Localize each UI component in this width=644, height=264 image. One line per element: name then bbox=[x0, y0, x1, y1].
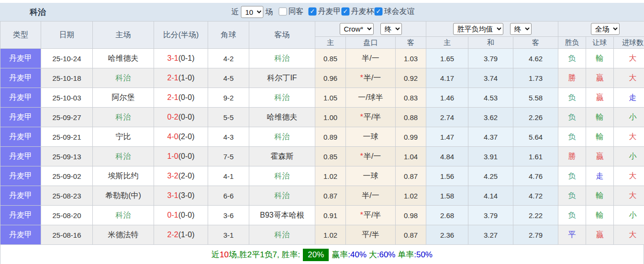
halftime-score: (1-0) bbox=[178, 74, 195, 82]
col-header-away: 客场 bbox=[249, 22, 315, 49]
score-cell: 2-1(1-0) bbox=[154, 68, 208, 88]
avg-away-odds-cell: 2.22 bbox=[513, 206, 558, 225]
handicap-line-value: 平/半 bbox=[362, 231, 379, 239]
checked-checkbox-icon[interactable] bbox=[309, 8, 317, 16]
corners-cell: 7-5 bbox=[208, 147, 249, 166]
goals-result: 大 bbox=[629, 231, 637, 239]
score-text: 0-1(0-0) bbox=[167, 211, 195, 219]
goals-result-cell: 大 bbox=[614, 186, 644, 206]
handicap-result: 贏 bbox=[596, 231, 604, 239]
avg-away-odds-cell: 5.64 bbox=[513, 127, 558, 147]
checked-checkbox-icon[interactable] bbox=[375, 8, 383, 16]
wdl-result: 勝 bbox=[568, 152, 576, 160]
recent-count-select[interactable]: 10 bbox=[241, 6, 264, 18]
handicap-result-cell: 輸 bbox=[586, 206, 614, 225]
avg-draw-odds-cell: 4.53 bbox=[468, 88, 513, 108]
avg-home-odds-cell: 2.68 bbox=[426, 206, 468, 225]
score-cell: 2-2(1-0) bbox=[154, 225, 208, 245]
handicap-line-text: *半/一 bbox=[360, 74, 381, 82]
away-team-name: 科治 bbox=[275, 231, 290, 239]
col-header-corners: 角球 bbox=[208, 22, 249, 49]
away-team-cell: B93哥本哈根 bbox=[249, 206, 315, 225]
avg-away-odds-cell: 1.61 bbox=[513, 147, 558, 166]
handicap-home-odds-cell: 1.00 bbox=[315, 108, 346, 127]
date-cell: 25-10-24 bbox=[41, 49, 93, 68]
handicap-line-cell: 一球 bbox=[346, 166, 396, 186]
handicap-result-cell: 贏 bbox=[586, 68, 614, 88]
fulltime-score: 4-0 bbox=[167, 132, 178, 141]
league-cell: 丹麦甲 bbox=[0, 68, 41, 88]
avg-time-select[interactable]: 终 bbox=[510, 23, 532, 35]
halftime-score: (2-0) bbox=[178, 172, 195, 180]
handicap-home-odds-cell: 0.85 bbox=[315, 147, 346, 166]
handicap-away-odds-cell: 0.87 bbox=[396, 166, 426, 186]
handicap-time-select[interactable]: 终 bbox=[380, 23, 402, 35]
handicap-home-odds-cell: 0.91 bbox=[315, 206, 346, 225]
home-team-name: 科治 bbox=[116, 74, 131, 82]
filter-item: 丹麦甲 bbox=[309, 7, 341, 17]
halftime-score: (1-0) bbox=[178, 231, 195, 239]
score-cell: 2-1(0-0) bbox=[154, 88, 208, 108]
summary-text: 赢率 bbox=[332, 249, 348, 260]
summary-footer: 近10场,胜2平1负7, 胜率:20%赢率:40% 大:60% 单率:50% bbox=[0, 245, 644, 264]
score-text: 3-1(0-1) bbox=[167, 54, 195, 62]
filter-label: 球会友谊 bbox=[384, 7, 415, 17]
avg-draw-odds-cell: 4.25 bbox=[468, 166, 513, 186]
handicap-line-cell: *平/半 bbox=[346, 108, 396, 127]
live-star-marker: * bbox=[360, 211, 363, 219]
handicap-line-text: *平/半 bbox=[360, 211, 381, 219]
avg-home-odds-cell: 1.46 bbox=[426, 88, 468, 108]
summary-text: 场,胜2平1负7, 胜率: bbox=[229, 249, 300, 260]
date-cell: 25-09-13 bbox=[41, 147, 93, 166]
col-header-score: 比分(半场) bbox=[154, 22, 208, 49]
avg-home-odds-cell: 2.74 bbox=[426, 108, 468, 127]
away-team-name: 科治 bbox=[275, 191, 290, 199]
goals-result-cell: 大 bbox=[614, 49, 644, 68]
goals-result-cell: 大 bbox=[614, 166, 644, 186]
handicap-home-odds-cell: 1.02 bbox=[315, 225, 346, 245]
handicap-line-value: 一球 bbox=[363, 172, 378, 180]
avg-odds-type-select[interactable]: 胜平负均值 bbox=[453, 23, 503, 35]
away-team-name: 科治 bbox=[275, 132, 290, 141]
handicap-result: 輸 bbox=[596, 132, 604, 141]
score-cell: 3-2(2-0) bbox=[154, 166, 208, 186]
avg-home-odds-cell: 1.47 bbox=[426, 127, 468, 147]
handicap-line-text: *平/半 bbox=[360, 113, 381, 121]
goals-result-cell: 小 bbox=[614, 147, 644, 166]
handicap-result: 贏 bbox=[596, 152, 604, 160]
fulltime-score: 3-1 bbox=[167, 191, 178, 199]
corners-cell: 3-6 bbox=[208, 206, 249, 225]
goals-result: 小 bbox=[629, 211, 637, 219]
handicap-home-odds-cell: 0.96 bbox=[315, 68, 346, 88]
match-row: 丹麦甲25-08-23希勒勒(中)3-1(3-0)6-6科治0.87半/一1.0… bbox=[0, 186, 644, 206]
wdl-result: 负 bbox=[568, 93, 576, 101]
result-scope-select[interactable]: 全场 bbox=[591, 23, 620, 35]
handicap-line-text: 平/半 bbox=[362, 231, 379, 239]
score-cell: 4-0(2-0) bbox=[154, 127, 208, 147]
home-team-name: 科治 bbox=[116, 152, 131, 160]
odds-company-select[interactable]: Crow* bbox=[340, 23, 374, 35]
filter-item: 丹麦杯 bbox=[342, 7, 374, 17]
wdl-result-cell: 负 bbox=[558, 88, 586, 108]
away-team-cell: 科治 bbox=[249, 166, 315, 186]
goals-result: 小 bbox=[629, 152, 637, 160]
corners-cell: 4-5 bbox=[208, 68, 249, 88]
unchecked-checkbox-icon[interactable] bbox=[279, 8, 287, 16]
handicap-result-cell: 輸 bbox=[586, 186, 614, 206]
fulltime-score: 0-1 bbox=[167, 211, 178, 219]
handicap-line-cell: *半/一 bbox=[346, 68, 396, 88]
goals-result-cell: 大 bbox=[614, 68, 644, 88]
handicap-line-text: 半/一 bbox=[362, 191, 379, 199]
date-cell: 25-08-23 bbox=[41, 186, 93, 206]
wdl-result-cell: 负 bbox=[558, 49, 586, 68]
win-rate-badge: 20% bbox=[303, 249, 329, 261]
goals-result-cell: 小 bbox=[614, 206, 644, 225]
match-row: 丹麦甲25-10-18科治2-1(1-0)4-5科尔丁IF0.96*半/一0.9… bbox=[0, 68, 644, 88]
checked-checkbox-icon[interactable] bbox=[342, 8, 350, 16]
handicap-line-cell: *半/一 bbox=[346, 147, 396, 166]
fulltime-score: 3-2 bbox=[167, 172, 178, 180]
date-cell: 25-10-03 bbox=[41, 88, 93, 108]
goals-result: 小 bbox=[629, 113, 637, 121]
fulltime-score: 1-0 bbox=[167, 152, 178, 160]
halftime-score: (0-0) bbox=[178, 113, 195, 121]
